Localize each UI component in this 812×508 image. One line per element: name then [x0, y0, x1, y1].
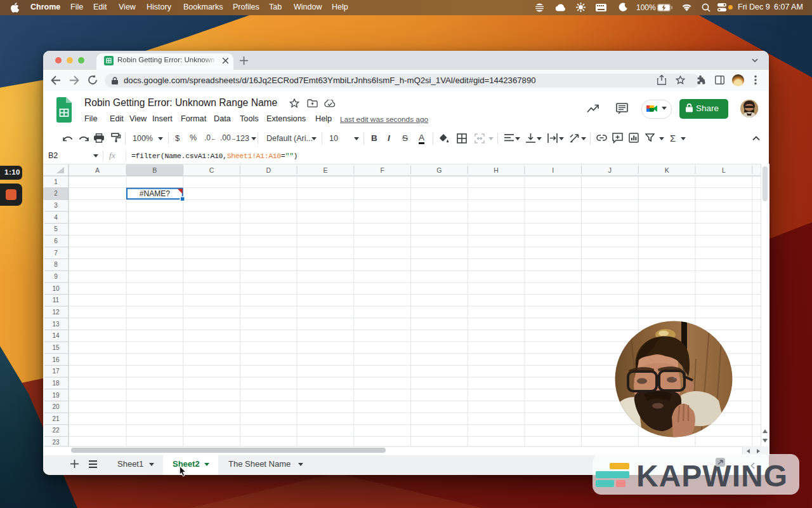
svg-text:J: J [608, 166, 612, 174]
svg-text:E: E [323, 166, 327, 174]
svg-text:K: K [665, 166, 669, 174]
svg-text:4: 4 [54, 214, 58, 221]
svg-text:17: 17 [52, 368, 60, 375]
svg-text:#NAME?: #NAME? [140, 189, 170, 198]
svg-text:22: 22 [52, 427, 60, 434]
svg-text:C: C [209, 166, 214, 174]
svg-text:9: 9 [54, 273, 58, 280]
svg-text:2: 2 [54, 190, 58, 197]
svg-text:19: 19 [52, 392, 60, 399]
svg-text:L: L [722, 166, 726, 174]
svg-text:13: 13 [52, 321, 60, 328]
svg-text:5: 5 [54, 225, 58, 232]
svg-text:11: 11 [53, 297, 60, 304]
svg-text:16: 16 [52, 356, 60, 363]
svg-text:14: 14 [52, 332, 60, 339]
svg-text:B: B [152, 166, 157, 174]
svg-text:3: 3 [54, 202, 58, 209]
svg-text:10: 10 [52, 285, 60, 292]
svg-text:7: 7 [54, 250, 58, 257]
svg-text:23: 23 [52, 439, 60, 446]
svg-text:F: F [380, 166, 384, 174]
svg-text:20: 20 [52, 403, 60, 410]
svg-text:12: 12 [52, 309, 60, 316]
svg-text:A: A [95, 166, 100, 174]
svg-text:D: D [266, 166, 271, 174]
svg-text:G: G [436, 166, 442, 174]
svg-text:1: 1 [54, 178, 58, 185]
svg-text:8: 8 [54, 261, 58, 268]
svg-text:I: I [552, 166, 554, 174]
svg-text:15: 15 [52, 344, 60, 351]
svg-text:21: 21 [52, 415, 60, 422]
svg-text:6: 6 [54, 237, 58, 244]
svg-text:18: 18 [52, 380, 60, 387]
svg-text:H: H [494, 166, 499, 174]
